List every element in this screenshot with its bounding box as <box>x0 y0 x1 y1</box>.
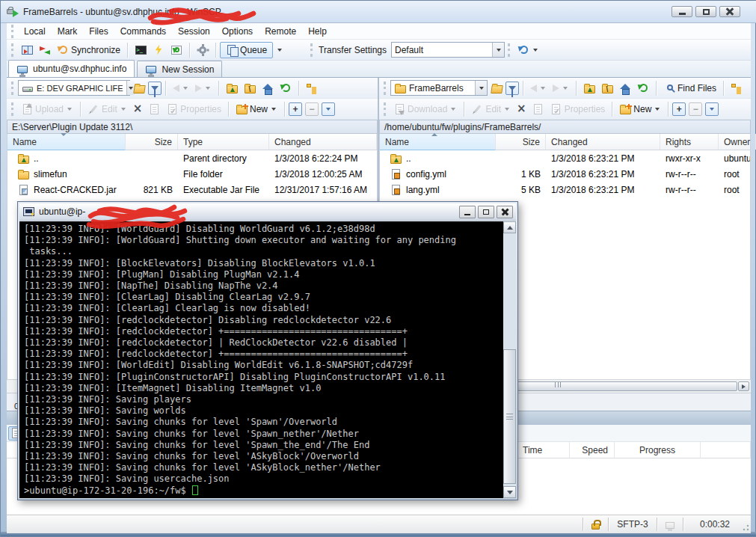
remote-rename-button[interactable] <box>529 101 547 117</box>
scrollbar-right-arrow[interactable] <box>738 381 749 391</box>
terminal-close-button[interactable] <box>497 206 513 218</box>
remote-root-directory-button[interactable] <box>598 80 616 96</box>
custom-commands-button[interactable] <box>150 42 168 58</box>
maximize-button[interactable] <box>695 6 716 17</box>
open-console-button[interactable]: >_ <box>132 42 150 58</box>
remote-select-button[interactable]: + <box>672 102 686 116</box>
terminal-minimize-button[interactable] <box>459 206 476 218</box>
remote-selection-menu-button[interactable] <box>705 102 719 116</box>
local-open-directory-button[interactable] <box>130 80 148 96</box>
commander-panels-button[interactable] <box>18 42 36 58</box>
transfer-settings-select[interactable]: Default <box>391 42 505 58</box>
connection-segment[interactable] <box>657 515 683 533</box>
local-refresh-button[interactable] <box>277 80 295 96</box>
remote-edit-button[interactable]: Edit <box>468 101 514 117</box>
close-button[interactable] <box>719 6 740 17</box>
scroll-up-button[interactable] <box>503 221 516 233</box>
remote-filter-button[interactable] <box>505 82 519 95</box>
menu-local[interactable]: Local <box>18 24 52 39</box>
local-path-bar[interactable]: E:\Server\Plugin Update 3112\ <box>7 120 378 134</box>
queue-button[interactable]: Queue <box>220 42 273 58</box>
download-icon <box>393 103 405 115</box>
remote-parent-directory-button[interactable] <box>580 80 598 96</box>
session-tab[interactable]: ubuntu@sv.dhphuc.info <box>8 60 135 77</box>
terminal-window[interactable]: ubuntu@ip- [11:23:39 INFO]: [WorldGuard]… <box>17 201 518 500</box>
synchronize-browsing-button[interactable] <box>514 42 542 58</box>
menu-files[interactable]: Files <box>83 24 114 39</box>
local-back-button[interactable] <box>170 82 192 94</box>
column-header-rights[interactable]: Rights <box>660 134 719 150</box>
local-select-button[interactable]: + <box>289 102 302 116</box>
scroll-down-button[interactable] <box>503 486 516 498</box>
local-filter-button[interactable] <box>148 82 162 95</box>
remote-new-button[interactable]: New <box>616 101 664 117</box>
upload-button[interactable]: Upload <box>18 101 76 117</box>
local-unselect-button[interactable]: − <box>305 102 319 116</box>
protocol-segment[interactable]: SFTP-3 <box>609 515 657 533</box>
queue-column-speed[interactable]: Speed <box>570 442 615 458</box>
menu-remote[interactable]: Remote <box>259 24 302 39</box>
terminal-scrollbar[interactable] <box>503 221 516 498</box>
remote-delete-button[interactable]: × <box>514 101 529 117</box>
column-header-changed[interactable]: Changed <box>269 134 377 150</box>
local-tree-view-button[interactable] <box>303 80 321 96</box>
file-row[interactable]: .. Parent directory 1/3/2018 6:22:24 PM <box>7 150 377 166</box>
column-header-size[interactable]: Size <box>126 134 178 150</box>
x-icon: × <box>517 103 526 114</box>
column-header-owner[interactable]: Owner <box>719 134 756 150</box>
file-row[interactable]: config.yml 1 KB 1/3/2018 6:23:21 PM rw-r… <box>380 166 750 182</box>
local-forward-button[interactable] <box>192 82 215 94</box>
resize-grip[interactable] <box>742 524 749 531</box>
file-row[interactable]: React-CRACKED.jar 821 KB Executable Jar … <box>7 182 377 197</box>
remote-forward-button[interactable] <box>550 82 572 94</box>
local-new-button[interactable]: New <box>233 101 280 117</box>
preferences-button[interactable] <box>194 42 212 58</box>
queue-column-progress[interactable]: Progress <box>615 442 701 458</box>
queue-dropdown-button[interactable] <box>273 46 286 54</box>
encryption-segment[interactable] <box>583 515 608 533</box>
terminal-console[interactable]: [11:23:39 INFO]: [WorldGuard] Disabling … <box>19 221 503 498</box>
local-rename-button[interactable] <box>145 101 163 117</box>
terminal-title-bar[interactable]: ubuntu@ip- <box>19 203 516 221</box>
synchronize-directories-button[interactable] <box>36 42 54 58</box>
file-row[interactable]: .. 1/3/2018 6:23:21 PM rwxr-xr-x ubuntu <box>380 150 750 166</box>
remote-directory-select[interactable]: FrameBarrels <box>390 80 488 96</box>
column-header-changed[interactable]: Changed <box>546 134 660 150</box>
local-delete-button[interactable]: × <box>130 101 146 117</box>
remote-refresh-button[interactable] <box>634 80 652 96</box>
scrollbar-thumb[interactable] <box>503 349 516 484</box>
local-edit-button[interactable]: Edit <box>84 101 130 117</box>
menu-commands[interactable]: Commands <box>114 24 172 39</box>
remote-tree-view-button[interactable] <box>728 80 746 96</box>
column-header-type[interactable]: Type <box>178 134 269 150</box>
menu-help[interactable]: Help <box>302 24 333 39</box>
local-home-directory-button[interactable] <box>259 80 277 96</box>
remote-home-directory-button[interactable] <box>616 80 634 96</box>
remote-path-bar[interactable]: /home/ubuntu/fw/plugins/FrameBarrels/ <box>379 120 751 134</box>
synchronize-button[interactable]: Synchronize <box>54 42 123 58</box>
queue-column-time[interactable]: Time <box>517 442 570 458</box>
file-row[interactable]: slimefun File folder 1/3/2018 12:00:25 A… <box>7 166 377 182</box>
local-properties-button[interactable]: ✓ Properties <box>163 101 224 117</box>
remote-back-button[interactable] <box>527 82 550 94</box>
refresh-session-button[interactable] <box>168 42 185 58</box>
column-header-name[interactable]: Name <box>7 134 126 150</box>
local-selection-menu-button[interactable] <box>322 102 335 116</box>
file-row[interactable]: lang.yml 5 KB 1/3/2018 6:23:21 PM rw-r--… <box>380 182 750 197</box>
menu-session[interactable]: Session <box>172 24 216 39</box>
remote-properties-button[interactable]: ✓ Properties <box>547 101 609 117</box>
terminal-restore-button[interactable] <box>478 206 494 218</box>
column-header-size[interactable]: Size <box>496 134 546 150</box>
new-session-tab[interactable]: New Session <box>137 61 222 77</box>
menu-mark[interactable]: Mark <box>52 24 84 39</box>
menu-options[interactable]: Options <box>216 24 259 39</box>
local-drive-select[interactable]: E: DEV GRAPHIC LIFE <box>18 80 130 96</box>
local-parent-directory-button[interactable] <box>223 80 241 96</box>
remote-open-directory-button[interactable] <box>488 80 505 96</box>
download-button[interactable]: Download <box>390 101 460 117</box>
minimize-button[interactable] <box>672 6 692 17</box>
column-header-name[interactable]: Name <box>380 134 496 150</box>
remote-unselect-button[interactable]: − <box>689 102 702 116</box>
local-root-directory-button[interactable] <box>241 80 259 96</box>
find-files-button[interactable]: Find Files <box>660 80 719 96</box>
